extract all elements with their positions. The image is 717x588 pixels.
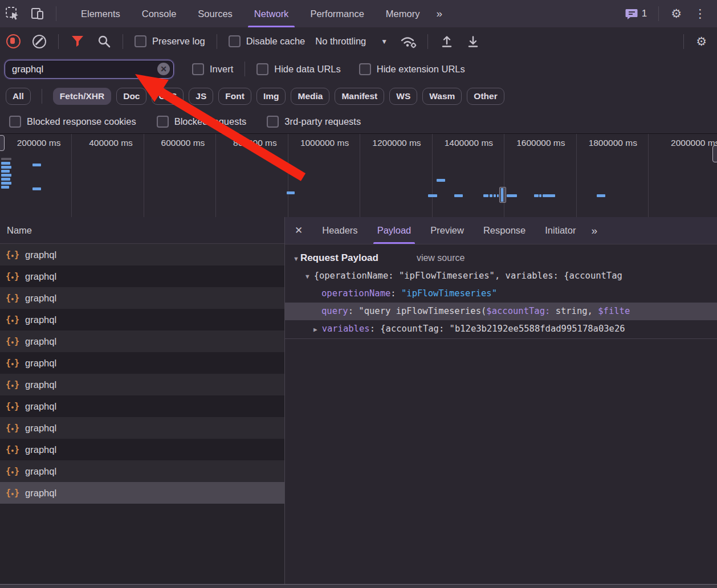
chip-img[interactable]: Img — [256, 88, 286, 105]
table-row[interactable]: {}graphql — [0, 374, 284, 395]
kebab-menu-button[interactable]: ⋮ — [688, 7, 712, 21]
brace-open: { — [6, 336, 11, 346]
divider — [427, 34, 428, 49]
table-row[interactable]: {}graphql — [0, 287, 284, 309]
section-title: Request Payload — [300, 252, 378, 264]
details-tab-preview[interactable]: Preview — [421, 217, 474, 244]
json-resource-icon: {} — [6, 250, 19, 260]
device-toolbar-button[interactable] — [25, 2, 50, 25]
payload-line[interactable]: ▼{operationName: "ipFlowTimeseries", var… — [285, 267, 717, 285]
filter-input-wrap: ✕ — [5, 60, 174, 79]
table-row[interactable]: {}graphql — [0, 460, 284, 482]
brace-open: { — [6, 358, 11, 368]
payload-segment-plain: {operationName: "ipFlowTimeseries", vari… — [314, 271, 622, 281]
network-conditions-button[interactable] — [396, 30, 422, 53]
table-row[interactable]: {}graphql — [0, 352, 284, 374]
tab-elements[interactable]: Elements — [70, 0, 131, 27]
tab-sources[interactable]: Sources — [187, 0, 243, 27]
tab-performance[interactable]: Performance — [299, 0, 374, 27]
clear-network-log-button[interactable] — [26, 30, 52, 53]
settings-gear-button[interactable]: ⚙ — [665, 7, 688, 21]
payload-segment-plain: "query ipFlowTimeseries( — [358, 306, 486, 316]
divider — [58, 34, 59, 49]
table-row[interactable]: {}graphql — [0, 417, 284, 439]
payload-line[interactable]: operationName: "ipFlowTimeseries" — [285, 285, 717, 303]
record-network-log-button[interactable] — [0, 30, 26, 53]
more-details-tabs-button[interactable]: » — [585, 224, 602, 237]
issues-counter-button[interactable]: 1 — [620, 8, 653, 19]
twisty-down-icon[interactable]: ▼ — [305, 268, 309, 285]
tab-network[interactable]: Network — [243, 0, 300, 27]
inspect-element-button[interactable] — [0, 2, 25, 25]
checkbox-icon — [9, 116, 21, 128]
chip-js[interactable]: JS — [189, 88, 213, 105]
hide-extension-urls-checkbox[interactable]: Hide extension URLs — [353, 63, 471, 75]
brace-dot — [11, 406, 14, 409]
payload-line[interactable]: query: "query ipFlowTimeseries($accountT… — [285, 303, 717, 320]
chip-font[interactable]: Font — [218, 88, 251, 105]
chip-doc[interactable]: Doc — [116, 88, 146, 105]
network-settings-gear-button[interactable]: ⚙ — [690, 35, 717, 48]
overview-left-grip[interactable] — [0, 135, 5, 151]
waterfall-bar — [483, 194, 488, 197]
waterfall-bar — [454, 194, 463, 197]
details-tab-response[interactable]: Response — [474, 217, 535, 244]
invert-label: Invert — [210, 64, 233, 75]
import-har-button[interactable] — [434, 30, 460, 53]
chip-media[interactable]: Media — [291, 88, 329, 105]
export-har-button[interactable] — [460, 30, 486, 53]
view-source-link[interactable]: view source — [417, 253, 465, 263]
preserve-log-label: Preserve log — [152, 36, 205, 47]
network-overview-timeline[interactable]: 200000 ms400000 ms600000 ms800000 ms1000… — [0, 134, 717, 218]
payload-line[interactable]: ▶variables: {accountTag: "b12e3b2192ee55… — [285, 320, 717, 338]
twisty-right-icon[interactable]: ▶ — [313, 321, 317, 338]
chip-other[interactable]: Other — [467, 88, 504, 105]
preserve-log-checkbox[interactable]: Preserve log — [129, 35, 211, 47]
brace-dot — [11, 471, 14, 473]
table-row[interactable]: {}graphql — [0, 395, 284, 417]
name-column-header[interactable]: Name — [0, 217, 284, 244]
table-row[interactable]: {}graphql — [0, 330, 284, 352]
chip-all[interactable]: All — [6, 88, 31, 105]
table-row[interactable]: {}graphql — [0, 309, 284, 330]
hide-data-urls-checkbox[interactable]: Hide data URLs — [251, 63, 346, 75]
waterfall-bar — [597, 194, 605, 197]
chip-ws[interactable]: WS — [389, 88, 417, 105]
table-row[interactable]: {}graphql — [0, 244, 284, 266]
chip-css[interactable]: CSS — [152, 88, 184, 105]
table-row[interactable]: {}graphql — [0, 482, 284, 504]
twisty-down-icon[interactable]: ▼ — [293, 255, 299, 262]
more-panels-button[interactable]: » — [430, 7, 447, 20]
inspect-cursor-icon — [5, 6, 20, 21]
checkbox-icon — [359, 63, 371, 75]
checkbox-blocked-response-cookies[interactable]: Blocked response cookies — [3, 116, 142, 128]
request-name: graphql — [25, 250, 56, 260]
timeline-tick-label: 400000 ms — [72, 134, 144, 217]
timeline-ticks: 200000 ms400000 ms600000 ms800000 ms1000… — [0, 134, 717, 217]
overview-right-grip[interactable] — [712, 145, 717, 162]
table-row[interactable]: {}graphql — [0, 266, 284, 287]
json-resource-icon: {} — [6, 423, 19, 433]
request-name: graphql — [25, 336, 56, 347]
details-tab-initiator[interactable]: Initiator — [535, 217, 585, 244]
checkbox-blocked-requests[interactable]: Blocked requests — [151, 116, 252, 128]
chip-wasm[interactable]: Wasm — [422, 88, 462, 105]
throttling-dropdown[interactable]: No throttling ▼ — [311, 36, 396, 47]
tab-console[interactable]: Console — [131, 0, 188, 27]
clear-filter-button[interactable]: ✕ — [157, 63, 170, 75]
payload-segment-key: operationName — [321, 288, 390, 299]
chip-fetch-xhr[interactable]: Fetch/XHR — [53, 88, 111, 105]
disable-cache-checkbox[interactable]: Disable cache — [223, 35, 311, 47]
filter-toggle-button[interactable] — [64, 30, 91, 53]
table-row[interactable]: {}graphql — [0, 439, 284, 460]
search-network-button[interactable] — [91, 30, 117, 53]
details-tab-headers[interactable]: Headers — [312, 217, 367, 244]
tab-memory[interactable]: Memory — [375, 0, 431, 27]
close-details-button[interactable]: ✕ — [285, 224, 312, 236]
filter-input[interactable] — [5, 60, 174, 79]
invert-checkbox[interactable]: Invert — [186, 63, 239, 75]
chip-manifest[interactable]: Manifest — [335, 88, 384, 105]
details-tab-payload[interactable]: Payload — [368, 217, 421, 244]
divider — [217, 34, 217, 49]
checkbox-3rd-party-requests[interactable]: 3rd-party requests — [261, 116, 366, 128]
